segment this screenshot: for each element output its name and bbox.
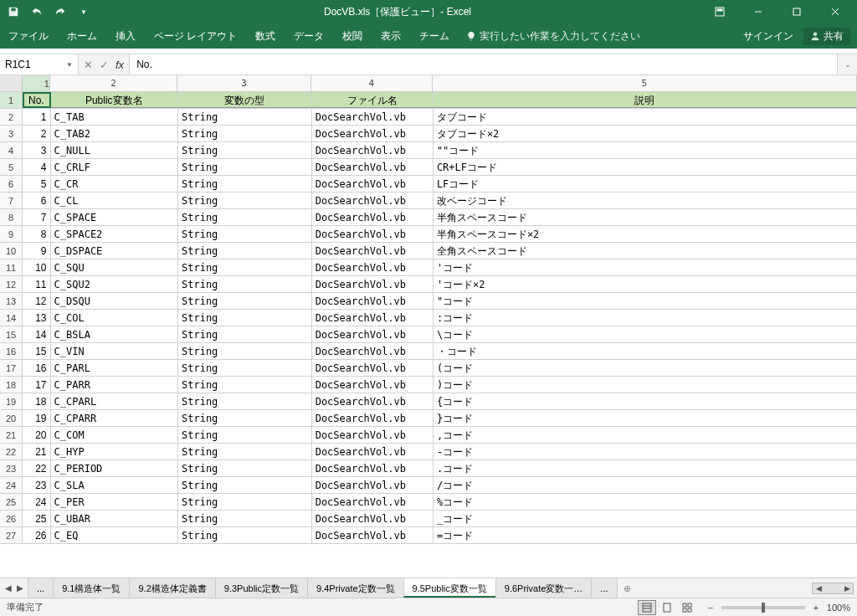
row-header[interactable]: 19: [0, 393, 23, 409]
name-box[interactable]: R1C1 ▼: [0, 54, 79, 74]
row-header[interactable]: 13: [0, 293, 23, 309]
tell-me-search[interactable]: 実行したい作業を入力してください: [466, 29, 640, 44]
sheet-tab[interactable]: 9.2構造体定義書: [129, 578, 215, 598]
cell-desc[interactable]: \コード: [434, 326, 857, 342]
cell-type[interactable]: String: [178, 427, 312, 443]
row-header[interactable]: 2: [0, 109, 23, 125]
cell-name[interactable]: C_DSPACE: [51, 243, 178, 259]
cell-file[interactable]: DocSearchVol.vb: [312, 259, 434, 275]
cell-no[interactable]: 6: [23, 192, 50, 208]
cell-file[interactable]: DocSearchVol.vb: [312, 460, 434, 476]
cell-file[interactable]: DocSearchVol.vb: [312, 527, 434, 543]
cell-desc[interactable]: LFコード: [434, 176, 857, 192]
row-header[interactable]: 16: [0, 343, 23, 359]
cell-name[interactable]: C_PERIOD: [51, 460, 178, 476]
scroll-left-icon[interactable]: ◀: [813, 583, 824, 593]
cell-file[interactable]: DocSearchVol.vb: [312, 126, 434, 141]
cell-type[interactable]: String: [178, 310, 312, 326]
cell-type[interactable]: String: [178, 326, 312, 342]
cell-desc[interactable]: タブコード×2: [434, 126, 857, 141]
cell-file[interactable]: DocSearchVol.vb: [312, 159, 434, 175]
cell-no[interactable]: 14: [23, 326, 50, 342]
grid-rows[interactable]: 1 No. Public変数名 変数の型 ファイル名 説明2 1 C_TAB S…: [0, 92, 857, 578]
cell-name[interactable]: C_VIN: [51, 343, 178, 359]
column-header-4[interactable]: 4: [311, 75, 433, 91]
select-all-corner[interactable]: [0, 75, 23, 91]
cell-type[interactable]: String: [178, 460, 312, 476]
cell-file[interactable]: DocSearchVol.vb: [312, 343, 434, 359]
cancel-formula-button[interactable]: ✕: [84, 59, 93, 71]
cell-desc[interactable]: /コード: [434, 477, 857, 493]
row-header[interactable]: 15: [0, 326, 23, 342]
row-header[interactable]: 1: [0, 92, 23, 108]
cell-name[interactable]: C_CR: [51, 176, 178, 192]
cell-name[interactable]: C_SPACE2: [51, 226, 178, 242]
cell-type[interactable]: String: [178, 276, 312, 292]
cell-desc[interactable]: タブコード: [434, 109, 857, 125]
cell-file[interactable]: DocSearchVol.vb: [312, 393, 434, 409]
close-button[interactable]: [817, 2, 854, 22]
cell-desc[interactable]: :コード: [434, 310, 857, 326]
row-header[interactable]: 3: [0, 126, 23, 141]
row-header[interactable]: 12: [0, 276, 23, 292]
cell-desc[interactable]: 'コード: [434, 259, 857, 275]
cell-desc[interactable]: 全角スペースコード: [434, 243, 857, 259]
row-header[interactable]: 20: [0, 410, 23, 426]
sheet-nav-next[interactable]: ▶: [17, 583, 23, 593]
sheet-nav-prev[interactable]: ◀: [5, 583, 12, 593]
zoom-out-button[interactable]: −: [705, 603, 716, 613]
sheet-tab[interactable]: 9.5Public変数一覧: [403, 578, 496, 598]
cell-name[interactable]: C_PER: [51, 494, 178, 510]
row-header[interactable]: 8: [0, 209, 23, 225]
cell-name[interactable]: C_NULL: [51, 142, 178, 158]
cell-file[interactable]: DocSearchVol.vb: [312, 377, 434, 393]
cell-type[interactable]: String: [178, 511, 312, 526]
cell-name[interactable]: C_CPARR: [51, 410, 178, 426]
row-header[interactable]: 11: [0, 259, 23, 275]
cell-desc[interactable]: {コード: [434, 393, 857, 409]
cell-no[interactable]: 12: [23, 293, 50, 309]
cell-desc[interactable]: )コード: [434, 377, 857, 393]
minimize-button[interactable]: [740, 2, 777, 22]
cell-file[interactable]: DocSearchVol.vb: [312, 209, 434, 225]
cell-file[interactable]: DocSearchVol.vb: [312, 410, 434, 426]
cell-type[interactable]: String: [178, 393, 312, 409]
cell-desc[interactable]: }コード: [434, 410, 857, 426]
cell-no[interactable]: 3: [23, 142, 50, 158]
share-button[interactable]: 共有: [803, 28, 850, 45]
cell-file[interactable]: DocSearchVol.vb: [312, 511, 434, 526]
qat-dropdown[interactable]: ▼: [74, 2, 94, 22]
cell-desc[interactable]: 改ページコード: [434, 192, 857, 208]
cell-name[interactable]: C_SQU: [51, 259, 178, 275]
cell-desc[interactable]: CR+LFコード: [434, 159, 857, 175]
header-cell-file[interactable]: ファイル名: [312, 92, 434, 108]
page-break-view-button[interactable]: [678, 600, 696, 615]
cell-name[interactable]: C_SQU2: [51, 276, 178, 292]
cell-name[interactable]: C_HYP: [51, 444, 178, 459]
cell-no[interactable]: 21: [23, 444, 50, 459]
tab-review[interactable]: 校閲: [341, 29, 364, 44]
cell-no[interactable]: 19: [23, 410, 50, 426]
cell-file[interactable]: DocSearchVol.vb: [312, 326, 434, 342]
undo-button[interactable]: [27, 2, 47, 22]
cell-file[interactable]: DocSearchVol.vb: [312, 310, 434, 326]
cell-file[interactable]: DocSearchVol.vb: [312, 192, 434, 208]
cell-no[interactable]: 17: [23, 377, 50, 393]
cell-type[interactable]: String: [178, 293, 312, 309]
tab-data[interactable]: データ: [292, 29, 326, 44]
signin-link[interactable]: サインイン: [743, 29, 793, 44]
cell-no[interactable]: 15: [23, 343, 50, 359]
sheet-tab[interactable]: 9.1構造体一覧: [53, 578, 130, 598]
sheet-tab[interactable]: 9.4Private定数一覧: [307, 578, 404, 598]
cell-name[interactable]: C_TAB: [51, 109, 178, 125]
cell-no[interactable]: 22: [23, 460, 50, 476]
row-header[interactable]: 27: [0, 527, 23, 543]
cell-no[interactable]: 18: [23, 393, 50, 409]
column-header-3[interactable]: 3: [177, 75, 311, 91]
cell-name[interactable]: C_PARL: [51, 360, 178, 376]
tab-pagelayout[interactable]: ページ レイアウト: [152, 29, 239, 44]
header-cell-no[interactable]: No.: [23, 92, 50, 108]
cell-type[interactable]: String: [178, 377, 312, 393]
cell-file[interactable]: DocSearchVol.vb: [312, 276, 434, 292]
cell-type[interactable]: String: [178, 343, 312, 359]
